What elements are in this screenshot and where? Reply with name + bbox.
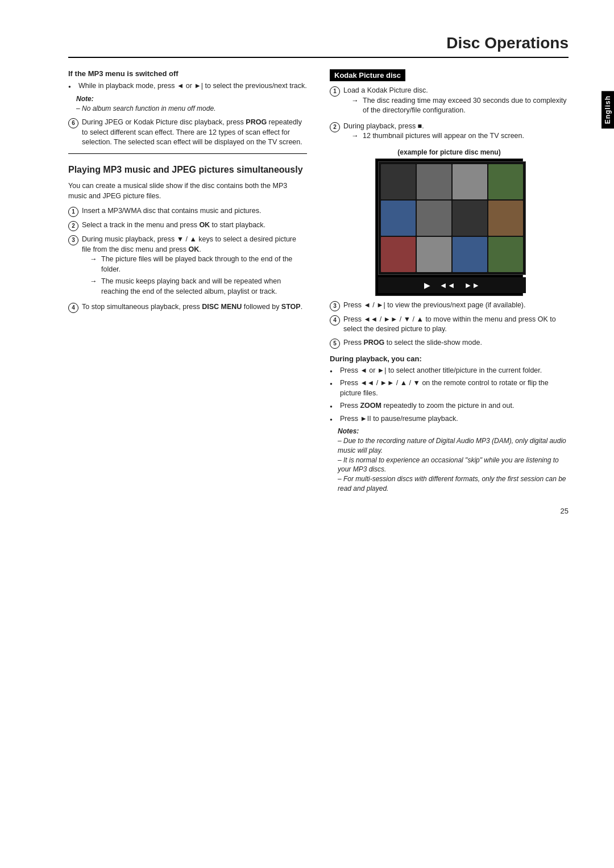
- mp3-jpeg-intro: You can create a musical slide show if t…: [68, 181, 307, 202]
- mp3-menu-section-title: If the MP3 menu is switched off: [68, 69, 307, 78]
- disc-preview: ▶ ◄◄ ►►: [375, 158, 523, 296]
- page-number: 25: [561, 507, 569, 515]
- bullet-dot-2: ●: [330, 368, 338, 374]
- kodak-step-3-text: Press ◄ / ►| to view the previous/next p…: [343, 301, 526, 311]
- step-3-content: During music playback, press ▼ / ▲ keys …: [82, 235, 307, 299]
- kodak-step-2-number: 2: [330, 122, 340, 132]
- playback-bullet-3: ● Press ZOOM repeatedly to zoom the pict…: [330, 401, 569, 411]
- thumb-2: [417, 164, 451, 199]
- mp3-bullet-1: ● While in playback mode, press ◄ or ►| …: [68, 81, 307, 91]
- playback-bullet-4: ● Press ►II to pause/resume playback.: [330, 414, 569, 424]
- play-button[interactable]: ▶: [424, 281, 430, 290]
- mp3-jpeg-section-title: Playing MP3 music and JPEG pictures simu…: [68, 164, 307, 176]
- kodak-note-2: – It is normal to experience an occasion…: [338, 456, 569, 475]
- kodak-notes: Notes: – Due to the recording nature of …: [330, 427, 569, 494]
- step-4-mp3jpeg: 4 To stop simultaneous playback, press D…: [68, 302, 307, 313]
- kodak-step-1-number: 1: [330, 86, 340, 97]
- step-3-number: 3: [68, 235, 78, 245]
- step-2-mp3jpeg: 2 Select a track in the menu and press O…: [68, 220, 307, 231]
- kodak-step-5-text: Press PROG to select the slide-show mode…: [343, 338, 482, 348]
- thumb-12: [488, 237, 523, 272]
- thumb-4: [488, 164, 523, 199]
- language-tab: English: [601, 91, 614, 128]
- kodak-step-5: 5 Press PROG to select the slide-show mo…: [330, 338, 569, 349]
- kodak-note-3: – For multi-session discs with different…: [338, 474, 569, 494]
- arrow-icon-4: →: [351, 131, 360, 141]
- kodak-step-1-content: Load a Kodak Picture disc. → The disc re…: [343, 86, 569, 118]
- thumb-6: [417, 201, 451, 236]
- disc-controls: ▶ ◄◄ ►►: [378, 277, 526, 293]
- kodak-section: Kodak Picture disc 1 Load a Kodak Pictur…: [330, 69, 569, 494]
- thumb-5: [381, 201, 416, 236]
- example-container: (example for picture disc menu): [330, 148, 569, 296]
- arrow-icon-1: →: [90, 254, 99, 265]
- thumb-8: [488, 201, 523, 236]
- kodak-step-3: 3 Press ◄ / ►| to view the previous/next…: [330, 301, 569, 311]
- thumb-3: [453, 164, 487, 199]
- kodak-step-3-number: 3: [330, 301, 340, 311]
- right-column: Kodak Picture disc 1 Load a Kodak Pictur…: [330, 69, 569, 498]
- kodak-step-1-arrow-text: The disc reading time may exceed 30 seco…: [363, 96, 569, 116]
- thumb-11: [453, 237, 487, 272]
- thumb-9: [381, 237, 416, 272]
- thumb-1: [381, 164, 416, 199]
- kodak-step-2-arrow: → 12 thumbnail pictures will appear on t…: [343, 131, 524, 141]
- kodak-step-4-number: 4: [330, 315, 340, 326]
- kodak-step-2-content: During playback, press ■. → 12 thumbnail…: [343, 122, 524, 144]
- step-2-text: Select a track in the menu and press OK …: [82, 220, 265, 231]
- playback-bullet-1-text: Press ◄ or ►| to select another title/pi…: [340, 366, 542, 376]
- mp3-bullet-1-text: While in playback mode, press ◄ or ►| to…: [78, 81, 307, 91]
- step-3-mp3jpeg: 3 During music playback, press ▼ / ▲ key…: [68, 235, 307, 299]
- step-4-text: To stop simultaneous playback, press DIS…: [82, 302, 302, 312]
- step-6-text: During JPEG or Kodak Picture disc playba…: [82, 118, 307, 148]
- bullet-dot-5: ●: [330, 416, 338, 423]
- main-content: If the MP3 menu is switched off ● While …: [68, 69, 569, 498]
- arrow-icon-3: →: [351, 96, 360, 106]
- kodak-step-1: 1 Load a Kodak Picture disc. → The disc …: [330, 86, 569, 118]
- step-6-number: 6: [68, 118, 78, 128]
- playback-bullet-1: ● Press ◄ or ►| to select another title/…: [330, 366, 569, 376]
- step-1-mp3jpeg: 1 Insert a MP3/WMA disc that contains mu…: [68, 206, 307, 217]
- arrow-icon-2: →: [90, 277, 99, 287]
- step-6: 6 During JPEG or Kodak Picture disc play…: [68, 118, 307, 148]
- step-3-arrow-1: → The picture files will be played back …: [82, 254, 307, 274]
- during-playback-subheading: During playback, you can:: [330, 354, 569, 363]
- example-label: (example for picture disc menu): [330, 148, 569, 156]
- note-line-1: – No album search function in menu off m…: [76, 104, 307, 114]
- kodak-step-2: 2 During playback, press ■. → 12 thumbna…: [330, 122, 569, 144]
- thumb-7: [453, 201, 487, 236]
- playback-bullet-4-text: Press ►II to pause/resume playback.: [340, 414, 458, 424]
- note-title-1: Note:: [76, 95, 307, 103]
- step-3-arrow-2: → The music keeps playing back and will …: [82, 277, 307, 297]
- next-button[interactable]: ►►: [464, 281, 480, 290]
- step-3-arrow-2-text: The music keeps playing back and will be…: [101, 277, 307, 297]
- playback-bullet-2-text: Press ◄◄ / ►► / ▲ / ▼ on the remote cont…: [340, 378, 569, 398]
- page-title: Disc Operations: [68, 34, 569, 58]
- step-4-number: 4: [68, 303, 78, 313]
- kodak-note-1: – Due to the recording nature of Digital…: [338, 436, 569, 456]
- bullet-dot-4: ●: [330, 403, 338, 410]
- thumbnail-grid: [378, 161, 526, 275]
- bullet-dot-1: ●: [68, 84, 76, 90]
- kodak-step-5-number: 5: [330, 339, 340, 349]
- kodak-step-4-text: Press ◄◄ / ►► / ▼ / ▲ to move within the…: [343, 315, 569, 335]
- step-3-arrow-1-text: The picture files will be played back th…: [101, 254, 307, 274]
- kodak-step-2-text: During playback, press ■.: [343, 122, 424, 130]
- page: English Disc Operations If the MP3 menu …: [0, 0, 614, 532]
- bullet-dot-3: ●: [330, 381, 338, 387]
- left-column: If the MP3 menu is switched off ● While …: [68, 69, 307, 498]
- kodak-section-title: Kodak Picture disc: [330, 69, 405, 81]
- thumb-10: [417, 237, 451, 272]
- step-3-text: During music playback, press ▼ / ▲ keys …: [82, 235, 296, 253]
- kodak-notes-title: Notes:: [338, 427, 569, 435]
- playback-bullet-2: ● Press ◄◄ / ►► / ▲ / ▼ on the remote co…: [330, 378, 569, 398]
- section-divider: [68, 153, 307, 154]
- step-2-number: 2: [68, 221, 78, 231]
- step-1-number: 1: [68, 207, 78, 217]
- mp3-note: Note: – No album search function in menu…: [68, 95, 307, 114]
- playback-bullet-3-text: Press ZOOM repeatedly to zoom the pictur…: [340, 401, 514, 411]
- prev-button[interactable]: ◄◄: [439, 281, 455, 290]
- kodak-step-2-arrow-text: 12 thumbnail pictures will appear on the…: [363, 131, 524, 141]
- kodak-step-1-arrow: → The disc reading time may exceed 30 se…: [343, 96, 569, 116]
- step-1-text: Insert a MP3/WMA disc that contains musi…: [82, 206, 261, 216]
